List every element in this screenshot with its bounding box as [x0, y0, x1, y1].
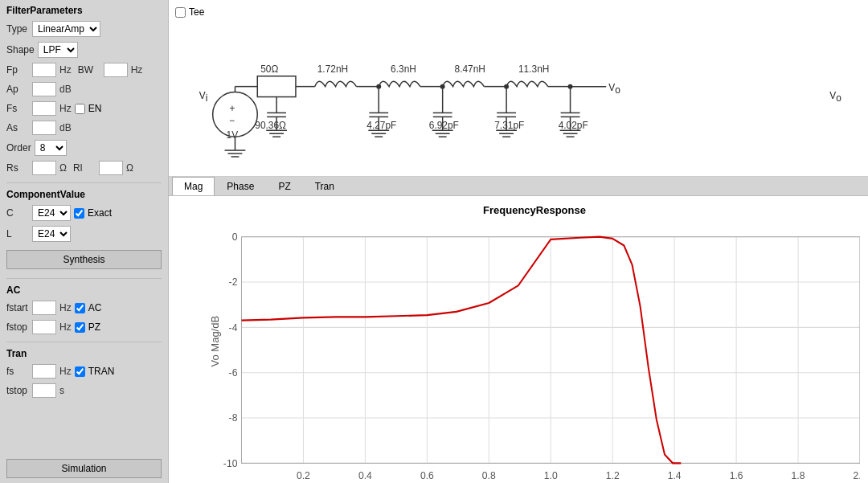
svg-text:1.6: 1.6: [730, 470, 743, 481]
ac-title: AC: [6, 284, 162, 296]
circuit-area: Tee Vi Vo + − 1V 50Ω: [169, 0, 868, 177]
svg-text:1.4: 1.4: [668, 470, 682, 481]
svg-text:Vi: Vi: [199, 90, 208, 104]
rl-input[interactable]: inf: [99, 161, 123, 175]
chart-title: FrequencyResponse: [209, 204, 860, 216]
svg-text:Vo Mag/dB: Vo Mag/dB: [211, 316, 222, 367]
ap-input[interactable]: 5: [32, 82, 56, 96]
ac-label: AC: [88, 302, 102, 313]
svg-text:-6: -6: [229, 367, 238, 379]
tstop-unit: s: [59, 385, 64, 396]
tran-fs-input[interactable]: 0.1G: [32, 364, 56, 379]
svg-rect-12: [257, 76, 296, 97]
svg-text:1.0: 1.0: [544, 470, 558, 481]
exact-checkbox[interactable]: [74, 208, 84, 219]
tran-checkbox[interactable]: [75, 366, 85, 377]
fstop-input[interactable]: 2G: [32, 320, 56, 334]
shape-select[interactable]: LPF HPF BPF: [38, 42, 78, 58]
svg-text:11.3nH: 11.3nH: [518, 63, 549, 75]
plot-area: Mag Phase PZ Tran FrequencyResponse Vo M…: [169, 177, 868, 483]
fp-unit: Hz: [59, 64, 72, 76]
type-select[interactable]: LinearAmp Passive: [32, 21, 100, 37]
l-label: L: [6, 228, 29, 239]
filter-parameters-title: FilterParameters: [6, 5, 162, 16]
svg-text:−: −: [230, 115, 235, 126]
svg-text:1.2: 1.2: [606, 470, 620, 481]
svg-text:0.2: 0.2: [297, 470, 310, 481]
chart-container: FrequencyResponse Vo Mag/dB 0 -2 -4 -6 -…: [169, 196, 868, 483]
fs-label: Fs: [6, 103, 29, 114]
svg-text:1V: 1V: [227, 129, 239, 141]
svg-text:+: +: [230, 103, 235, 114]
rl-unit: Ω: [126, 162, 133, 174]
fs-input[interactable]: 2G: [32, 101, 56, 116]
right-panel: Tee Vi Vo + − 1V 50Ω: [169, 0, 868, 483]
fstop-unit: Hz: [59, 321, 72, 333]
ap-unit: dB: [59, 84, 72, 95]
simulation-button[interactable]: Simulation: [6, 459, 162, 478]
svg-text:50Ω: 50Ω: [260, 63, 278, 75]
svg-text:-10: -10: [223, 457, 238, 469]
bw-unit: Hz: [131, 64, 143, 76]
svg-text:0.4: 0.4: [358, 470, 372, 481]
bw-label: BW: [78, 64, 100, 76]
en-checkbox[interactable]: [75, 104, 85, 114]
exact-label: Exact: [88, 207, 112, 219]
tran-label: TRAN: [88, 366, 115, 377]
svg-text:-2: -2: [229, 276, 238, 288]
svg-text:7.31pF: 7.31pF: [494, 120, 524, 131]
pz-checkbox[interactable]: [75, 322, 85, 333]
fp-input[interactable]: 1G: [32, 63, 56, 77]
tee-label: Tee: [189, 6, 204, 18]
pz-label: PZ: [88, 321, 100, 333]
tee-checkbox[interactable]: [175, 7, 186, 18]
as-label: As: [6, 122, 29, 133]
svg-text:1.8: 1.8: [792, 470, 805, 481]
svg-text:4.27pF: 4.27pF: [366, 120, 396, 131]
svg-text:2.0: 2.0: [854, 470, 860, 481]
svg-text:Vo: Vo: [608, 82, 620, 96]
fp-label: Fp: [6, 64, 29, 76]
svg-text:8.47nH: 8.47nH: [455, 63, 485, 75]
svg-text:-8: -8: [229, 412, 238, 424]
type-label: Type: [6, 23, 29, 35]
rs-label: Rs: [6, 162, 29, 174]
bw-input[interactable]: 500M: [104, 63, 128, 77]
fstart-input[interactable]: 1M: [32, 301, 56, 315]
left-panel: FilterParameters Type LinearAmp Passive …: [0, 0, 169, 483]
ap-label: Ap: [6, 84, 29, 95]
svg-text:1.72nH: 1.72nH: [317, 63, 348, 75]
order-select[interactable]: 45678910: [35, 140, 67, 156]
svg-text:90.36Ω: 90.36Ω: [255, 120, 286, 131]
ac-checkbox[interactable]: [75, 303, 85, 313]
tran-title: Tran: [6, 348, 162, 359]
rs-unit: Ω: [59, 162, 67, 174]
svg-text:-4: -4: [229, 321, 238, 333]
rs-input[interactable]: 50: [32, 161, 56, 175]
svg-text:0.6: 0.6: [420, 470, 434, 481]
tstop-input[interactable]: 25n: [32, 383, 56, 398]
c-label: C: [6, 207, 29, 219]
c-select[interactable]: E24E12: [32, 205, 71, 221]
fs-hz-unit: Hz: [59, 103, 72, 114]
frequency-response-chart: Vo Mag/dB 0 -2 -4 -6 -8 -10: [209, 219, 860, 483]
synthesis-button[interactable]: Synthesis: [6, 250, 162, 269]
svg-text:4.02pF: 4.02pF: [559, 120, 588, 131]
svg-text:0.8: 0.8: [482, 470, 496, 481]
en-label: EN: [88, 103, 102, 114]
as-input[interactable]: [32, 121, 56, 135]
shape-label: Shape: [6, 44, 35, 55]
tran-fs-label: fs: [6, 366, 29, 377]
tran-fs-unit: Hz: [59, 366, 72, 377]
l-select[interactable]: E24E12: [32, 226, 71, 242]
component-value-title: ComponentValue: [6, 189, 162, 200]
fstop-label: fstop: [6, 321, 29, 333]
rl-label: Rl: [73, 162, 96, 174]
as-unit: dB: [59, 122, 72, 133]
svg-text:6.3nH: 6.3nH: [391, 63, 416, 75]
svg-text:6.92pF: 6.92pF: [429, 120, 459, 131]
circuit-diagram: Vi Vo + − 1V 50Ω 90.36Ω: [175, 21, 862, 184]
order-label: Order: [6, 142, 31, 153]
fstart-unit: Hz: [59, 302, 72, 313]
svg-text:Vo: Vo: [829, 90, 841, 104]
